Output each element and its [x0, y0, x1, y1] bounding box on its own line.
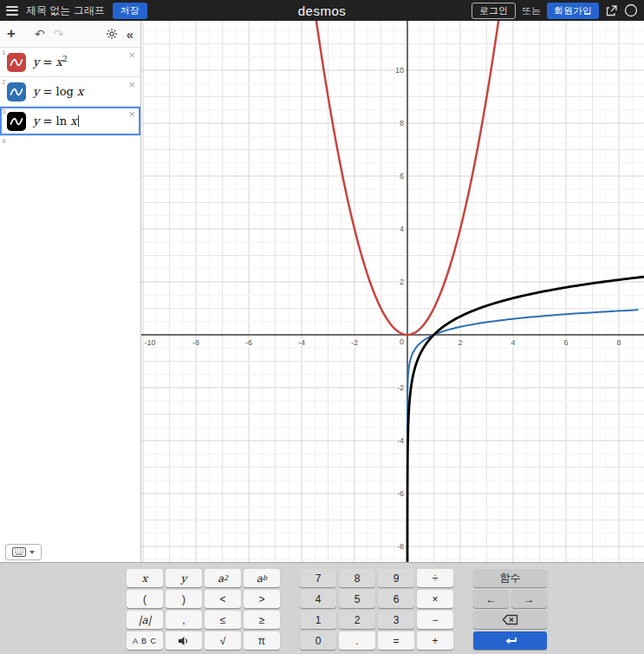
keyboard-toggle-button[interactable] — [5, 544, 42, 560]
or-text: 또는 — [522, 4, 541, 17]
y-tick-label: -4 — [397, 436, 404, 445]
key-7[interactable]: 7 — [300, 569, 336, 587]
backspace-key[interactable] — [473, 611, 547, 629]
audio-key[interactable] — [166, 631, 202, 650]
x-tick-label: 4 — [511, 338, 515, 347]
expression-list: 1y = x2×2y = log x×3y = ln x× — [0, 48, 140, 136]
key-pi[interactable]: π — [244, 631, 280, 650]
keypad-left-block: xya2ab()<>|a|,≤≥A B C√π — [127, 569, 280, 650]
key-plus[interactable]: + — [417, 631, 453, 650]
desmos-logo: desmos — [298, 3, 347, 18]
key-0[interactable]: 0 — [300, 631, 336, 650]
login-button[interactable]: 로그인 — [472, 3, 516, 19]
key-6[interactable]: 6 — [378, 590, 414, 608]
key-minus[interactable]: − — [417, 611, 453, 629]
expression-color-icon[interactable] — [7, 82, 26, 101]
x-tick-label: 8 — [616, 338, 621, 347]
menu-icon[interactable] — [6, 6, 18, 16]
key-3[interactable]: 3 — [378, 611, 414, 629]
enter-key[interactable] — [473, 631, 547, 650]
expression-panel: + ↶ ↷ « 1y = x2×2y = log x×3y = ln x× 4 — [0, 21, 141, 562]
text-cursor — [78, 115, 79, 127]
expression-text: y = log x — [33, 85, 83, 98]
close-expression-button[interactable]: × — [128, 49, 135, 61]
empty-expression-row[interactable]: 4 — [0, 136, 140, 165]
expression-toolbar: + ↶ ↷ « — [0, 21, 140, 48]
key-divide[interactable]: ÷ — [417, 569, 453, 587]
key-less-equal[interactable]: ≤ — [205, 611, 241, 629]
curve-ln[interactable] — [407, 277, 644, 562]
x-tick-label: -2 — [351, 338, 358, 347]
expression-number: 4 — [2, 137, 5, 145]
y-tick-label: 4 — [400, 225, 404, 233]
close-expression-button[interactable]: × — [128, 79, 135, 90]
keypad-right-row — [473, 611, 547, 629]
expression-row[interactable]: 1y = x2× — [0, 48, 140, 77]
key-a-squared[interactable]: a2 — [205, 569, 241, 587]
key-equals[interactable]: = — [378, 631, 414, 650]
arrow-right-key[interactable]: → — [511, 590, 547, 608]
key-close-paren[interactable]: ) — [166, 590, 202, 608]
key-8[interactable]: 8 — [339, 569, 375, 587]
key-sqrt[interactable]: √ — [205, 631, 241, 650]
x-tick-label: 6 — [563, 338, 568, 347]
functions-button[interactable]: 함수 — [473, 569, 547, 587]
keypad-right-row — [473, 631, 547, 650]
key-multiply[interactable]: × — [417, 590, 453, 608]
graph-area[interactable]: -10-8-6-4-202468108642-2-4-6-8 — [141, 21, 644, 562]
key-abs[interactable]: |a| — [127, 611, 163, 629]
graph-title[interactable]: 제목 없는 그래프 — [26, 3, 105, 18]
close-expression-button[interactable]: × — [128, 108, 135, 120]
key-4[interactable]: 4 — [300, 590, 336, 608]
keypad-digit-block: 789÷456×123−0.=+ — [300, 569, 453, 650]
expression-color-icon[interactable] — [7, 53, 26, 72]
redo-icon[interactable]: ↷ — [54, 27, 64, 41]
top-bar: 제목 없는 그래프 저장 desmos 로그인 또는 회원가입 — [0, 0, 644, 21]
expression-color-icon[interactable] — [7, 112, 26, 131]
key-comma[interactable]: , — [166, 611, 202, 629]
key-x[interactable]: x — [127, 569, 163, 587]
keypad-right-block: 함수←→ — [473, 569, 547, 650]
x-tick-label: -4 — [298, 338, 305, 347]
y-tick-label: 8 — [400, 119, 404, 128]
keypad-right-row: 함수 — [473, 569, 547, 587]
y-tick-label: -2 — [397, 383, 404, 392]
key-9[interactable]: 9 — [378, 569, 414, 587]
share-icon[interactable] — [605, 4, 618, 17]
expression-row[interactable]: 2y = log x× — [0, 77, 140, 107]
help-icon[interactable] — [624, 3, 638, 17]
x-tick-label: -6 — [245, 338, 252, 347]
y-tick-label: -8 — [397, 542, 404, 551]
origin-label: 0 — [400, 337, 404, 346]
key-open-paren[interactable]: ( — [127, 590, 163, 608]
key-greater-equal[interactable]: ≥ — [244, 611, 280, 629]
key-abc[interactable]: A B C — [127, 631, 163, 650]
keypad-right-row: ←→ — [473, 590, 547, 608]
expression-text: y = x2 — [33, 55, 68, 69]
key-less-than[interactable]: < — [205, 590, 241, 608]
arrow-left-key[interactable]: ← — [473, 590, 509, 608]
graph-canvas[interactable]: -10-8-6-4-202468108642-2-4-6-8 — [141, 21, 644, 562]
key-y[interactable]: y — [166, 569, 202, 587]
expression-row[interactable]: 3y = ln x× — [0, 107, 140, 136]
y-tick-label: 2 — [400, 278, 404, 286]
signup-button[interactable]: 회원가입 — [547, 3, 599, 19]
undo-icon[interactable]: ↶ — [35, 27, 45, 41]
settings-gear-icon[interactable] — [106, 28, 118, 40]
expression-number: 3 — [2, 108, 5, 115]
keyboard-icon — [12, 547, 26, 557]
key-1[interactable]: 1 — [300, 611, 336, 629]
top-right-actions: 로그인 또는 회원가입 — [472, 3, 638, 19]
chevron-down-icon — [29, 551, 35, 554]
y-tick-label: 10 — [395, 66, 404, 75]
key-a-power-b[interactable]: ab — [244, 569, 280, 587]
key-2[interactable]: 2 — [339, 611, 375, 629]
collapse-panel-button[interactable]: « — [127, 27, 133, 42]
key-5[interactable]: 5 — [339, 590, 375, 608]
save-button[interactable]: 저장 — [113, 3, 147, 19]
add-expression-button[interactable]: + — [7, 25, 16, 43]
key-decimal[interactable]: . — [339, 631, 375, 650]
x-tick-label: -10 — [144, 338, 155, 347]
key-greater-than[interactable]: > — [244, 590, 280, 608]
keypad: xya2ab()<>|a|,≤≥A B C√π 789÷456×123−0.=+… — [0, 562, 644, 654]
